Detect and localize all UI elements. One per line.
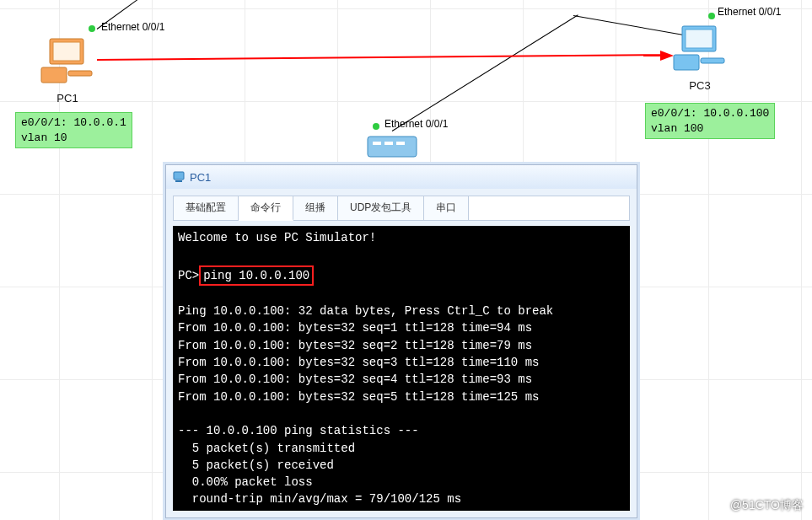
node-label: PC3: [670, 79, 729, 92]
window-titlebar[interactable]: PC1: [166, 165, 637, 189]
tabs-container: 基础配置 命令行 组播 UDP发包工具 串口: [166, 189, 637, 221]
node-pc1[interactable]: Ethernet 0/0/1 PC1: [38, 34, 97, 105]
window-pc1[interactable]: PC1 基础配置 命令行 组播 UDP发包工具 串口 Welcome to us…: [165, 164, 637, 518]
svg-rect-1: [53, 42, 80, 61]
terminal-output: Ping 10.0.0.100: 32 data bytes, Press Ct…: [178, 304, 553, 506]
pc-icon: [670, 21, 729, 77]
svg-rect-13: [175, 180, 182, 182]
pc3-info: e0/0/1: 10.0.0.100 vlan 100: [645, 103, 775, 139]
watermark: @51CTO博客: [730, 498, 804, 513]
svg-rect-6: [674, 55, 699, 70]
node-label: PC1: [38, 92, 97, 105]
port-dot-icon: [373, 123, 379, 130]
svg-rect-2: [41, 67, 67, 83]
switch-icon: [363, 128, 422, 164]
link-pc3-switch-a: [392, 14, 578, 131]
svg-rect-8: [368, 137, 417, 157]
tab-cli[interactable]: 命令行: [239, 196, 293, 221]
svg-rect-12: [174, 172, 184, 180]
svg-rect-9: [373, 142, 381, 145]
flow-arrow: [97, 54, 662, 61]
node-switch[interactable]: Ethernet 0/0/1: [363, 128, 422, 167]
terminal-prompt: PC>: [178, 269, 199, 282]
terminal[interactable]: Welcome to use PC Simulator! PC>ping 10.…: [173, 226, 630, 511]
pc-icon: [38, 34, 97, 89]
terminal-command: ping 10.0.0.100: [199, 265, 314, 286]
tab-multicast[interactable]: 组播: [293, 196, 338, 220]
svg-rect-5: [686, 29, 713, 48]
port-label: Ethernet 0/0/1: [384, 118, 448, 130]
svg-rect-7: [701, 58, 724, 63]
node-pc3[interactable]: Ethernet 0/0/1 PC3: [670, 21, 729, 92]
tab-basic[interactable]: 基础配置: [174, 196, 239, 220]
port-label: Ethernet 0/0/1: [101, 21, 164, 33]
tab-serial[interactable]: 串口: [424, 196, 469, 220]
svg-rect-3: [68, 71, 92, 76]
app-icon: [173, 171, 185, 183]
port-dot-icon: [708, 13, 715, 19]
tab-udp[interactable]: UDP发包工具: [338, 196, 424, 220]
tabs: 基础配置 命令行 组播 UDP发包工具 串口: [173, 196, 630, 221]
pc1-info: e0/0/1: 10.0.0.1 vlan 10: [15, 112, 132, 148]
port-label: Ethernet 0/0/1: [718, 6, 781, 18]
svg-rect-11: [396, 142, 405, 145]
terminal-welcome: Welcome to use PC Simulator!: [178, 231, 376, 244]
window-title: PC1: [190, 171, 211, 184]
svg-rect-10: [384, 142, 393, 145]
port-dot-icon: [89, 25, 95, 32]
